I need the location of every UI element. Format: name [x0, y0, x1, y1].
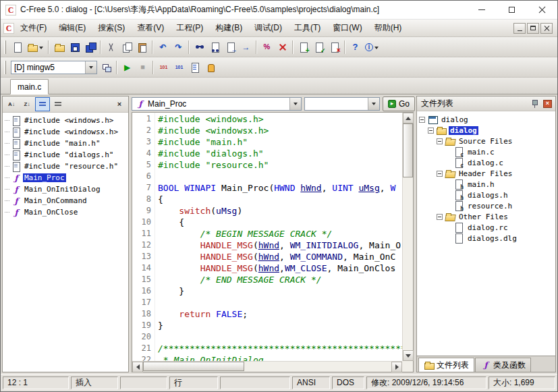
file-tree-item[interactable]: dialog.rc: [417, 222, 555, 233]
vertical-scroll-thumb[interactable]: [403, 123, 413, 177]
horizontal-scrollbar[interactable]: [132, 361, 402, 372]
menu-查看v[interactable]: 查看(V): [131, 19, 170, 37]
file-tree-item[interactable]: dialog: [417, 114, 555, 125]
file-tree-item[interactable]: Source Files: [417, 136, 555, 146]
find-in-files-button[interactable]: [207, 39, 223, 55]
code-line[interactable]: #include "resource.h": [158, 159, 402, 171]
go-button[interactable]: ▸ Go: [383, 96, 415, 111]
save-button[interactable]: [67, 39, 82, 55]
mdi-close-button[interactable]: [540, 23, 553, 34]
code-line[interactable]: /* END MESSAGE CRACK */: [158, 274, 402, 285]
code-line[interactable]: switch(uMsg): [158, 205, 402, 217]
symbol-item[interactable]: ƒMain_OnCommand: [3, 195, 128, 206]
open-file-button[interactable]: [25, 39, 46, 55]
menu-构建b[interactable]: 构建(B): [209, 19, 248, 37]
find-next-button[interactable]: [223, 39, 238, 55]
panel-tab-classes-functions[interactable]: ƒ类及函数: [475, 358, 531, 372]
mdi-minimize-button[interactable]: [513, 23, 526, 34]
symbol-item[interactable]: ƒMain_Proc: [3, 172, 128, 184]
mdi-restore-button[interactable]: [527, 23, 539, 34]
code-line[interactable]: /***************************************…: [158, 343, 402, 354]
symbol-item[interactable]: #include <windowsx.h>: [3, 126, 128, 138]
code-line[interactable]: #include <windows.h>: [158, 113, 402, 125]
code-line[interactable]: [158, 331, 402, 343]
paste-button[interactable]: [134, 39, 150, 55]
show-debug-output-button[interactable]: [187, 59, 202, 75]
goto-line-button[interactable]: →: [238, 39, 254, 55]
symbol-item[interactable]: #include "main.h": [3, 138, 128, 149]
tab-main-c[interactable]: main.c: [10, 79, 49, 94]
code-line[interactable]: BOOL WINAPI Main_Proc(HWND hWnd, UINT uM…: [158, 182, 402, 194]
dropdown-arrow-icon[interactable]: [38, 40, 44, 54]
tree-expander[interactable]: [437, 171, 443, 177]
file-tree-item[interactable]: Other Files: [417, 211, 555, 222]
function-navigator-combo[interactable]: ƒ Main_Proc: [132, 97, 302, 111]
code-line[interactable]: [158, 171, 402, 182]
about-button[interactable]: i: [363, 39, 381, 55]
code-line[interactable]: #include "dialogs.h": [158, 148, 402, 159]
code-line[interactable]: /* BEGIN MESSAGE CRACK */: [158, 228, 402, 240]
tree-expander[interactable]: [437, 138, 443, 144]
redo-button[interactable]: ↷: [171, 39, 186, 55]
compile-button[interactable]: %: [259, 39, 275, 55]
file-tree-item[interactable]: resource.h: [417, 200, 555, 211]
file-tree-item[interactable]: main.h: [417, 179, 555, 190]
close-button[interactable]: [527, 1, 557, 19]
code-line[interactable]: HANDLE_MSG(hWnd,WM_CLOSE, Main_OnClos: [158, 262, 402, 274]
scroll-left-button[interactable]: [132, 362, 143, 372]
help-button[interactable]: ?: [347, 39, 363, 55]
menu-文件f[interactable]: 文件(F): [14, 19, 53, 37]
menu-帮助h[interactable]: 帮助(H): [368, 19, 408, 37]
secondary-combo[interactable]: [304, 97, 380, 111]
file-tree-item[interactable]: main.c: [417, 146, 555, 157]
scroll-down-button[interactable]: [403, 350, 414, 361]
stop-button[interactable]: ■: [135, 59, 150, 75]
stop-build-button[interactable]: [275, 39, 290, 55]
code-line[interactable]: {: [158, 194, 402, 205]
menu-调试d[interactable]: 调试(D): [248, 19, 288, 37]
remove-from-project-button[interactable]: [327, 39, 342, 55]
chevron-down-icon[interactable]: [368, 98, 379, 110]
file-tree-item[interactable]: Header Files: [417, 168, 555, 179]
panel-tab-file-list[interactable]: 文件列表: [418, 358, 474, 372]
symbol-panel-close-button[interactable]: ×: [112, 97, 127, 111]
code-editor[interactable]: 12345678910111213141516171819202122 #inc…: [132, 113, 402, 361]
step-into-button[interactable]: 101: [156, 59, 171, 75]
tree-expander[interactable]: [437, 214, 443, 220]
tree-expander[interactable]: [428, 128, 434, 134]
open-workspace-button[interactable]: [51, 39, 67, 55]
symbol-item[interactable]: ƒMain_OnInitDialog: [3, 184, 128, 195]
file-panel-close-button[interactable]: ×: [542, 98, 553, 109]
minimize-button[interactable]: [466, 1, 497, 19]
code-line[interactable]: }: [158, 285, 402, 297]
step-over-button[interactable]: 101: [171, 59, 187, 75]
menu-工具t[interactable]: 工具(T): [288, 19, 327, 37]
code-line[interactable]: #include "main.h": [158, 136, 402, 148]
new-file-button[interactable]: [9, 39, 25, 55]
code-line[interactable]: * Main_OnInitDialog: [158, 354, 402, 361]
symbol-item[interactable]: #include "resource.h": [3, 161, 128, 172]
menu-工程p[interactable]: 工程(P): [170, 19, 209, 37]
compiler-combo[interactable]: [D] mingw5: [11, 61, 97, 74]
toolbar-grip[interactable]: [4, 40, 6, 54]
symbol-item[interactable]: ƒMain_OnClose: [3, 206, 128, 218]
file-tree-item[interactable]: dialogs.h: [417, 190, 555, 200]
tree-expander[interactable]: [419, 117, 425, 123]
file-tree-item[interactable]: dialog: [417, 125, 555, 136]
view-list-button[interactable]: [35, 97, 50, 111]
code-line[interactable]: [158, 297, 402, 308]
menu-搜索s[interactable]: 搜索(S): [92, 19, 131, 37]
code-line[interactable]: HANDLE_MSG(hWnd, WM_INITDIALOG, Main_O: [158, 240, 402, 251]
file-tree-item[interactable]: dialogs.dlg: [417, 233, 555, 244]
project-properties-button[interactable]: [311, 39, 327, 55]
maximize-button[interactable]: [497, 1, 527, 19]
run-button[interactable]: ▶: [119, 59, 135, 75]
sort-alphabetic-button[interactable]: A↓: [4, 97, 19, 111]
file-tree-item[interactable]: dialog.c: [417, 157, 555, 168]
dropdown-arrow-icon[interactable]: [373, 40, 379, 54]
chevron-down-icon[interactable]: [85, 61, 96, 74]
pause-button[interactable]: [202, 59, 218, 75]
menu-窗口w[interactable]: 窗口(W): [327, 19, 368, 37]
save-all-button[interactable]: [82, 39, 98, 55]
horizontal-scroll-thumb[interactable]: [143, 362, 244, 371]
